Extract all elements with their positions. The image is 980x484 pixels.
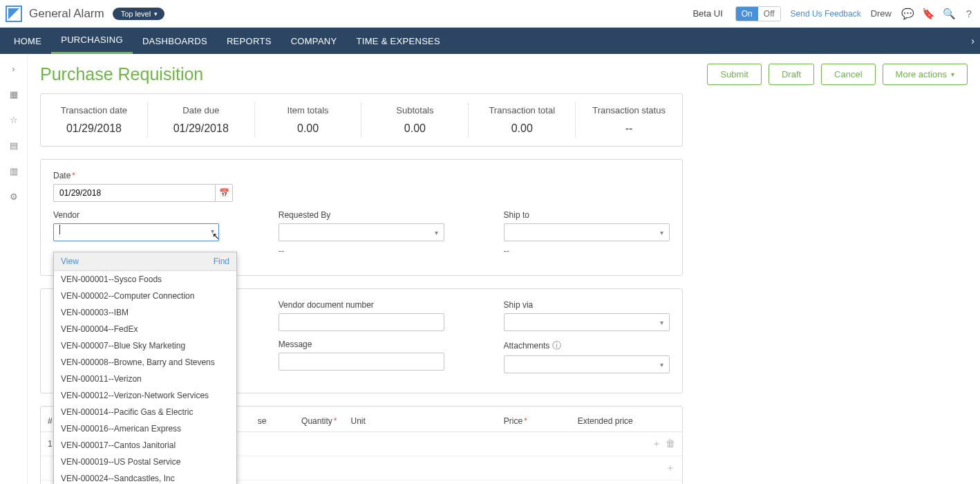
vendor-option[interactable]: VEN-000008--Browne, Barry and Stevens [54,354,236,371]
attachments-group: Attachmentsⓘ ▾ [504,339,670,373]
summary-label: Item totals [262,105,355,115]
entity-level-pill[interactable]: Top level ▾ [113,8,164,20]
vendor-option[interactable]: VEN-000011--Verizon [54,371,236,387]
add-row-icon[interactable]: ＋ [652,438,661,450]
col-price-text: Price [504,416,522,426]
ship-via-group: Ship via ▾ [504,300,670,331]
nav-dashboards[interactable]: DASHBOARDS [133,28,217,54]
ship-to-select[interactable]: ▾ [504,223,670,241]
message-input[interactable] [279,353,444,371]
page-title: Purchase Requisition [40,64,203,84]
required-indicator: * [72,171,75,180]
summary-value: 01/29/2018 [48,122,140,135]
search-icon[interactable]: 🔍 [943,8,954,20]
add-row-icon[interactable]: ＋ [666,462,675,474]
vendor-input[interactable]: ▾ ↖ [53,223,219,241]
summary-value: 01/29/2018 [155,122,247,135]
vendor-option[interactable]: VEN-000002--Computer Connection [54,288,236,304]
vendor-option[interactable]: VEN-000019--US Postal Service [54,454,236,470]
summary-label: Transaction total [475,105,568,115]
vendor-field-group: Vendor ▾ ↖ View Find VEN-000001--Sysco [53,210,219,256]
rail-settings-icon[interactable]: ⚙ [10,192,18,202]
dropdown-find-link[interactable]: Find [214,257,229,266]
vendor-doc-group: Vendor document number [279,300,444,331]
summary-value: 0.00 [368,122,461,135]
vendor-option[interactable]: VEN-000016--American Express [54,420,236,437]
nav-time-expenses[interactable]: TIME & EXPENSES [347,28,451,54]
app-logo [6,6,22,22]
dropdown-view-link[interactable]: View [61,257,79,266]
summary-label: Transaction date [48,105,140,115]
beta-ui-label: Beta UI [692,8,722,19]
nav-reports[interactable]: REPORTS [217,28,281,54]
rail-favorite-icon[interactable]: ☆ [10,115,18,125]
submit-button[interactable]: Submit [707,64,761,85]
delete-row-icon[interactable]: 🗑 [666,438,675,450]
user-name[interactable]: Drew [871,8,892,19]
page-actions: Submit Draft Cancel More actions ▾ [707,64,968,85]
draft-button[interactable]: Draft [769,64,814,85]
chevron-down-icon: ▾ [660,319,663,326]
date-label: Date* [53,171,233,180]
more-actions-label: More actions [896,69,947,80]
attachments-select[interactable]: ▾ [504,355,670,373]
vendor-doc-input[interactable] [279,313,444,331]
vendor-option[interactable]: VEN-000024--Sandcastles, Inc [54,470,236,484]
header-right: Beta UI On Off Send Us Feedback Drew 💬 🔖… [692,6,974,21]
vendor-option[interactable]: VEN-000004--FedEx [54,321,236,337]
rail-report-icon[interactable]: ▤ [10,140,18,151]
nav-purchasing[interactable]: PURCHASING [51,28,133,54]
vendor-option[interactable]: VEN-000017--Cantos Janitorial [54,437,236,454]
nav-home[interactable]: HOME [4,28,51,54]
summary-value: -- [583,122,675,135]
rail-dashboard-icon[interactable]: ▦ [10,89,18,100]
summary-value: 0.00 [262,122,355,135]
calendar-icon[interactable]: 📅 [215,184,233,202]
vendor-option[interactable]: VEN-000014--Pacific Gas & Electric [54,404,236,420]
company-name: General Alarm [29,7,104,21]
toggle-off[interactable]: Off [758,7,780,21]
required-indicator: * [524,416,527,426]
svg-marker-1 [8,8,19,19]
ship-via-select[interactable]: ▾ [504,313,670,331]
summary-transaction-total: Transaction total 0.00 [469,102,576,138]
vendor-option[interactable]: VEN-000001--Sysco Foods [54,271,236,288]
ship-to-label: Ship to [504,210,670,220]
page-content: Purchase Requisition Submit Draft Cancel… [28,54,980,484]
cancel-button[interactable]: Cancel [821,64,875,85]
form-card-header: Date* 📅 Vendor ▾ ↖ [40,159,683,276]
requested-by-value: -- [279,245,444,256]
dropdown-header: View Find [54,252,236,271]
rail-clipboard-icon[interactable]: ▥ [10,166,18,176]
toggle-on[interactable]: On [736,7,758,21]
vendor-dropdown-list[interactable]: VEN-000001--Sysco Foods VEN-000002--Comp… [54,271,236,484]
summary-value: 0.00 [475,122,568,135]
beta-ui-toggle[interactable]: On Off [735,6,781,21]
vendor-option[interactable]: VEN-000003--IBM [54,304,236,321]
attachments-label-text: Attachments [504,341,550,351]
nav-company[interactable]: COMPANY [281,28,347,54]
chevron-down-icon[interactable]: ▾ [211,227,214,235]
bookmark-icon[interactable]: 🔖 [922,8,933,20]
help-icon[interactable]: ⓘ [552,340,561,351]
date-input[interactable] [53,184,215,202]
requested-by-group: Requested By ▾ -- [279,210,444,256]
vendor-option[interactable]: VEN-000012--Verizon-Network Services [54,387,236,404]
more-actions-button[interactable]: More actions ▾ [883,64,968,85]
col-quantity-text: Quantity [301,416,332,426]
requested-by-select[interactable]: ▾ [279,223,444,241]
vendor-label: Vendor [53,210,219,220]
top-header: General Alarm Top level ▾ Beta UI On Off… [0,0,980,28]
col-actions [640,411,682,432]
feedback-link[interactable]: Send Us Feedback [791,9,861,19]
date-label-text: Date [53,171,70,180]
vendor-option[interactable]: VEN-000007--Blue Sky Marketing [54,337,236,354]
chat-icon[interactable]: 💬 [901,8,912,20]
attachments-label: Attachmentsⓘ [504,339,670,352]
help-icon[interactable]: ? [963,8,974,19]
ship-via-label: Ship via [504,300,670,310]
rail-expand-icon[interactable]: › [12,64,15,74]
nav-scroll-right-icon[interactable]: › [971,28,974,54]
chevron-down-icon: ▾ [660,361,663,369]
text-cursor [59,225,60,234]
